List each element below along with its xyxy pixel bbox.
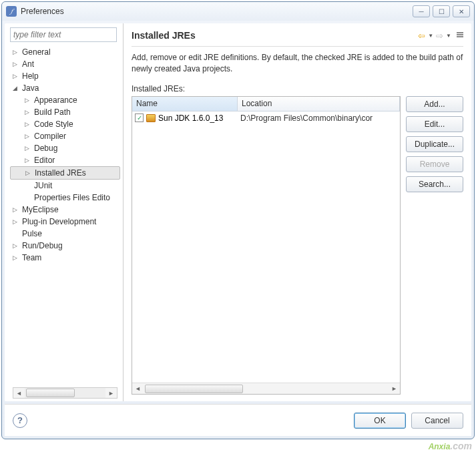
window-title: Preferences bbox=[21, 7, 413, 16]
arrow-collapsed-icon[interactable]: ▷ bbox=[25, 109, 29, 116]
tree-item-appearance[interactable]: ▷Appearance bbox=[10, 94, 120, 106]
tree-item-label: Build Path bbox=[34, 107, 71, 117]
table-header: Name Location bbox=[132, 97, 400, 111]
arrow-collapsed-icon[interactable]: ▷ bbox=[13, 49, 17, 55]
watermark: Anxia.com bbox=[429, 439, 472, 453]
tree-item-label: Appearance bbox=[34, 95, 77, 105]
nav-forward-dropdown[interactable]: ▼ bbox=[446, 33, 451, 39]
tree-item-pulse[interactable]: Pulse bbox=[10, 228, 120, 240]
jre-table: Name Location ✓Sun JDK 1.6.0_13D:\Progra… bbox=[132, 96, 401, 395]
tree-item-label: Ant bbox=[22, 59, 34, 69]
tree-item-installed-jres[interactable]: ▷Installed JREs bbox=[10, 166, 120, 180]
maximize-button[interactable]: ☐ bbox=[433, 5, 450, 17]
jre-location: D:\Program Files\Common\binary\cor bbox=[238, 113, 400, 124]
tree-item-label: Java bbox=[22, 83, 39, 93]
arrow-collapsed-icon[interactable]: ▷ bbox=[13, 254, 17, 261]
table-scrollbar[interactable]: ◄ ► bbox=[132, 383, 400, 394]
arrow-collapsed-icon[interactable]: ▷ bbox=[25, 97, 29, 103]
nav-menu-icon[interactable] bbox=[457, 32, 463, 39]
cancel-button[interactable]: Cancel bbox=[411, 413, 463, 429]
tree-item-run-debug[interactable]: ▷Run/Debug bbox=[10, 240, 120, 252]
filter-input[interactable] bbox=[10, 27, 117, 42]
arrow-collapsed-icon[interactable]: ▷ bbox=[13, 242, 17, 249]
tree-item-compiler[interactable]: ▷Compiler bbox=[10, 130, 120, 142]
tree-item-general[interactable]: ▷General bbox=[10, 46, 120, 58]
tree-item-label: Run/Debug bbox=[22, 241, 63, 250]
main-panel: Installed JREs ⇦ ▼ ⇨ ▼ Add, remove or ed… bbox=[124, 23, 471, 401]
scroll-thumb[interactable] bbox=[26, 389, 75, 397]
tree-item-myeclipse[interactable]: ▷MyEclipse bbox=[10, 204, 120, 216]
titlebar[interactable]: 𝑓 Preferences ─ ☐ ✕ bbox=[2, 2, 474, 21]
close-button[interactable]: ✕ bbox=[453, 5, 470, 17]
ok-button[interactable]: OK bbox=[354, 413, 406, 429]
arrow-collapsed-icon[interactable]: ▷ bbox=[25, 170, 30, 176]
scroll-right-icon[interactable]: ► bbox=[105, 388, 117, 398]
tree-item-label: Team bbox=[22, 253, 41, 262]
page-title: Installed JREs bbox=[132, 30, 417, 41]
tree-item-label: Editor bbox=[34, 156, 55, 165]
jre-icon bbox=[146, 114, 156, 122]
nav-back-icon[interactable]: ⇦ bbox=[417, 31, 427, 41]
tree-item-plug-in-development[interactable]: ▷Plug-in Development bbox=[10, 216, 120, 228]
arrow-collapsed-icon[interactable]: ▷ bbox=[13, 73, 17, 79]
jre-checkbox[interactable]: ✓ bbox=[135, 114, 144, 122]
edit-button[interactable]: Edit... bbox=[406, 116, 463, 132]
tree-item-help[interactable]: ▷Help bbox=[10, 70, 120, 82]
scroll-left-icon[interactable]: ◄ bbox=[132, 384, 144, 394]
remove-button: Remove bbox=[406, 156, 463, 172]
arrow-collapsed-icon[interactable]: ▷ bbox=[13, 218, 17, 225]
arrow-collapsed-icon[interactable]: ▷ bbox=[25, 133, 29, 140]
app-icon: 𝑓 bbox=[6, 6, 17, 17]
tree-item-label: MyEclipse bbox=[22, 205, 59, 214]
tree-item-java[interactable]: ◢Java bbox=[10, 82, 120, 94]
scroll-right-icon[interactable]: ► bbox=[389, 384, 400, 394]
tree-item-debug[interactable]: ▷Debug bbox=[10, 142, 120, 154]
search-button[interactable]: Search... bbox=[406, 176, 463, 192]
scroll-thumb[interactable] bbox=[145, 385, 243, 393]
table-row[interactable]: ✓Sun JDK 1.6.0_13D:\Program Files\Common… bbox=[132, 111, 400, 125]
nav-back-dropdown[interactable]: ▼ bbox=[428, 33, 433, 39]
arrow-collapsed-icon[interactable]: ▷ bbox=[25, 121, 29, 128]
tree-item-label: Code Style bbox=[34, 120, 73, 129]
duplicate-button[interactable]: Duplicate... bbox=[406, 136, 463, 152]
section-label: Installed JREs: bbox=[132, 84, 463, 93]
tree-item-label: Help bbox=[22, 71, 39, 81]
help-icon[interactable]: ? bbox=[13, 413, 27, 428]
tree-item-label: Debug bbox=[34, 144, 57, 153]
tree-item-ant[interactable]: ▷Ant bbox=[10, 58, 120, 70]
tree-item-label: JUnit bbox=[34, 181, 52, 190]
tree-item-junit[interactable]: JUnit bbox=[10, 180, 120, 192]
scroll-left-icon[interactable]: ◄ bbox=[13, 388, 25, 398]
arrow-collapsed-icon[interactable]: ▷ bbox=[13, 61, 17, 67]
jre-name: Sun JDK 1.6.0_13 bbox=[158, 114, 223, 123]
tree-item-label: Properties Files Edito bbox=[34, 193, 110, 202]
add-button[interactable]: Add... bbox=[406, 96, 463, 112]
minimize-button[interactable]: ─ bbox=[413, 5, 430, 17]
page-description: Add, remove or edit JRE definitions. By … bbox=[132, 52, 463, 75]
sidebar: ▷General▷Ant▷Help◢Java▷Appearance▷Build … bbox=[5, 23, 124, 401]
arrow-collapsed-icon[interactable]: ▷ bbox=[25, 157, 29, 164]
arrow-collapsed-icon[interactable]: ▷ bbox=[25, 145, 29, 152]
tree-item-label: Pulse bbox=[22, 229, 42, 238]
tree-item-label: Plug-in Development bbox=[22, 217, 96, 226]
arrow-expanded-icon[interactable]: ◢ bbox=[13, 85, 17, 91]
tree-item-label: Installed JREs bbox=[35, 168, 86, 178]
tree-item-label: Compiler bbox=[34, 132, 66, 141]
column-name[interactable]: Name bbox=[132, 97, 238, 111]
preferences-window: 𝑓 Preferences ─ ☐ ✕ ▷General▷Ant▷Help◢Ja… bbox=[1, 1, 475, 439]
tree-item-properties-files-edito[interactable]: Properties Files Edito bbox=[10, 192, 120, 204]
sidebar-scrollbar[interactable]: ◄ ► bbox=[13, 387, 117, 399]
nav-forward-icon: ⇨ bbox=[435, 31, 445, 41]
footer: ? OK Cancel bbox=[5, 404, 471, 436]
tree-item-build-path[interactable]: ▷Build Path bbox=[10, 106, 120, 118]
tree-item-code-style[interactable]: ▷Code Style bbox=[10, 118, 120, 130]
column-location[interactable]: Location bbox=[238, 97, 400, 111]
preferences-tree: ▷General▷Ant▷Help◢Java▷Appearance▷Build … bbox=[10, 46, 120, 385]
tree-item-editor[interactable]: ▷Editor bbox=[10, 154, 120, 166]
arrow-collapsed-icon[interactable]: ▷ bbox=[13, 206, 17, 213]
tree-item-label: General bbox=[22, 47, 51, 57]
tree-item-team[interactable]: ▷Team bbox=[10, 252, 120, 264]
